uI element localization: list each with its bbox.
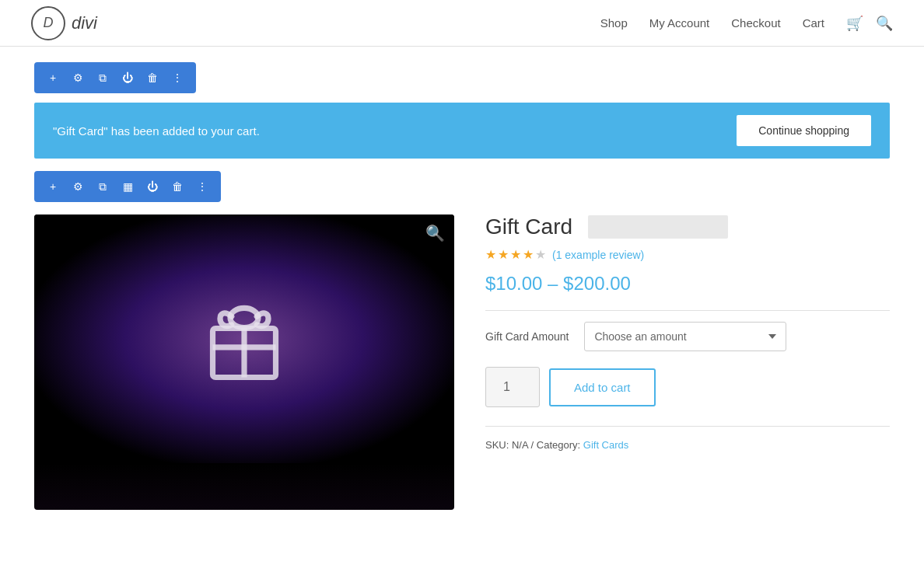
toolbar-settings-btn[interactable]: ⚙ (67, 67, 89, 89)
product-title-row: Gift Card (485, 214, 890, 239)
amount-label: Gift Card Amount (485, 330, 569, 343)
stars-row: ★ ★ ★ ★ ★ (1 example review) (485, 247, 890, 262)
header-search-icon[interactable]: 🔍 (876, 15, 893, 32)
product-layout: 🔍 (34, 214, 890, 510)
star-1: ★ (485, 247, 496, 262)
toolbar2-copy-btn[interactable]: ⧉ (92, 176, 114, 197)
star-4: ★ (523, 247, 534, 262)
toolbar2-power-btn[interactable]: ⏻ (142, 176, 163, 197)
site-header: D divi Shop My Account Checkout Cart 🛒 🔍 (0, 0, 924, 47)
logo-circle: D (31, 6, 65, 40)
toolbar-more-btn[interactable]: ⋮ (166, 67, 188, 89)
continue-shopping-button[interactable]: Continue shopping (737, 115, 871, 146)
product-image-reflection (34, 463, 454, 510)
sku-value: N/A (512, 439, 528, 451)
add-to-cart-row: Add to cart (485, 367, 890, 407)
price-min: $10.00 (485, 273, 542, 294)
toolbar-row2: + ⚙ ⧉ ▦ ⏻ 🗑 ⋮ (34, 171, 221, 202)
image-zoom-icon[interactable]: 🔍 (425, 224, 445, 242)
logo[interactable]: D divi (31, 6, 97, 40)
star-rating: ★ ★ ★ ★ ★ (485, 247, 546, 262)
product-image-column: 🔍 (34, 214, 454, 510)
toolbar-delete-btn[interactable]: 🗑 (142, 67, 163, 89)
price-max: $200.00 (563, 273, 631, 294)
star-3: ★ (510, 247, 521, 262)
cart-icon[interactable]: 🛒 (846, 15, 863, 32)
product-image-wrapper (34, 214, 454, 510)
gift-card-amount-row: Gift Card Amount Choose an amount $10.00… (485, 322, 890, 351)
nav-cart[interactable]: Cart (803, 16, 824, 30)
category-label: / Category: (531, 439, 581, 451)
toolbar-power-btn[interactable]: ⏻ (117, 67, 138, 89)
nav-my-account[interactable]: My Account (649, 16, 710, 30)
cart-notification: "Gift Card" has been added to your cart.… (34, 103, 890, 159)
product-divider-1 (485, 310, 890, 311)
toolbar2-more-btn[interactable]: ⋮ (191, 176, 213, 197)
nav-shop[interactable]: Shop (600, 16, 628, 30)
product-title-placeholder-bar (588, 215, 728, 239)
svg-point-0 (230, 308, 258, 327)
logo-text: divi (72, 13, 97, 33)
main-content: + ⚙ ⧉ ⏻ 🗑 ⋮ "Gift Card" has been added t… (19, 47, 905, 525)
main-nav: Shop My Account Checkout Cart 🛒 🔍 (600, 15, 893, 32)
price-separator: – (548, 273, 563, 294)
review-link[interactable]: (1 example review) (552, 249, 644, 261)
product-image-main (34, 214, 454, 463)
cart-notification-text: "Gift Card" has been added to your cart. (53, 124, 260, 138)
quantity-input[interactable] (485, 367, 540, 407)
toolbar2-settings-btn[interactable]: ⚙ (67, 176, 89, 197)
star-5-empty: ★ (535, 247, 546, 262)
toolbar2-grid-btn[interactable]: ▦ (117, 176, 138, 197)
product-details-column: Gift Card ★ ★ ★ ★ ★ (1 example review) $… (485, 214, 890, 451)
sku-label: SKU: (485, 439, 509, 451)
product-meta: SKU: N/A / Category: Gift Cards (485, 426, 890, 451)
nav-icons: 🛒 🔍 (846, 15, 893, 32)
toolbar2-add-btn[interactable]: + (42, 176, 64, 197)
toolbar2-delete-btn[interactable]: 🗑 (166, 176, 188, 197)
toolbar-add-btn[interactable]: + (42, 67, 64, 89)
category-link[interactable]: Gift Cards (583, 439, 629, 451)
toolbar-row1: + ⚙ ⧉ ⏻ 🗑 ⋮ (34, 62, 196, 93)
star-2: ★ (498, 247, 509, 262)
price-range: $10.00 – $200.00 (485, 273, 890, 295)
add-to-cart-button[interactable]: Add to cart (549, 368, 656, 406)
gift-card-image (174, 269, 314, 409)
toolbar-copy-btn[interactable]: ⧉ (92, 67, 114, 89)
nav-checkout[interactable]: Checkout (731, 16, 780, 30)
product-title: Gift Card (485, 214, 572, 239)
amount-select[interactable]: Choose an amount $10.00 $25.00 $50.00 $1… (584, 322, 786, 351)
